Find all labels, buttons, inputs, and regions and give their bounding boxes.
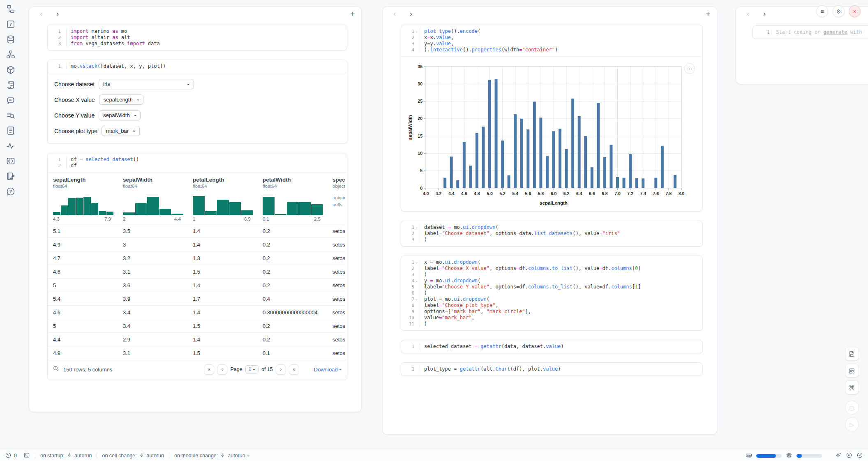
last-page-button[interactable]: » xyxy=(289,364,299,375)
packages-icon[interactable] xyxy=(6,65,16,75)
column-histogram xyxy=(263,194,323,215)
code-line[interactable]: 2df xyxy=(52,163,343,169)
code-line[interactable]: 2import altair as alt xyxy=(52,35,343,41)
notebook-icon[interactable] xyxy=(6,171,16,181)
help-icon[interactable]: ? xyxy=(6,187,16,196)
logs-icon[interactable] xyxy=(6,111,16,120)
y-value-select[interactable]: sepalWidth› xyxy=(99,110,141,120)
on-cell-change-toggle[interactable]: on cell change: autorun xyxy=(102,453,164,459)
documentation-icon[interactable] xyxy=(6,126,16,136)
settings-button[interactable]: ⚙ xyxy=(833,5,845,17)
code-line[interactable]: 3from vega_datasets import data xyxy=(52,41,343,47)
column-header[interactable]: petalLengthfloat6416.9 xyxy=(187,173,257,224)
panel-forward-icon[interactable]: › xyxy=(406,10,416,18)
code-line[interactable]: 1mo.vstack([dataset, x, y, plot]) xyxy=(52,63,343,69)
code-line[interactable]: 3 y=y.value, xyxy=(405,41,698,47)
code-cell-plot-type[interactable]: 1plot_type = getattr(alt.Chart(df), plot… xyxy=(401,362,703,376)
line-number: 3 xyxy=(52,41,67,47)
code-line[interactable]: 11) xyxy=(405,321,698,327)
code-line[interactable]: 1›dataset = mo.ui.dropdown( xyxy=(405,224,698,230)
status-bar: 0 on startup: autorun on cell change: au… xyxy=(0,450,868,461)
code-line[interactable]: 1plot_type = getattr(alt.Chart(df), plot… xyxy=(405,366,698,372)
scratchpad-icon[interactable] xyxy=(6,80,16,90)
empty-code-cell[interactable]: 1 Start coding or generate with xyxy=(753,25,868,39)
x-value-select[interactable]: sepalLength› xyxy=(99,95,144,105)
code-cell-dataset-dropdown[interactable]: 1›dataset = mo.ui.dropdown(2 label="Choo… xyxy=(401,221,703,247)
code-cell-vstack[interactable]: 1mo.vstack([dataset, x, y, plot]) Choose… xyxy=(47,60,347,144)
code-line[interactable]: 2 x=x.value, xyxy=(405,35,698,41)
terminal-button[interactable] xyxy=(23,452,30,460)
table-cell: 1.7 xyxy=(187,292,257,306)
code-line[interactable]: 2 label="Choose X value", options=df.col… xyxy=(405,265,698,272)
panel-back-icon[interactable]: ‹ xyxy=(743,10,753,18)
add-cell-button[interactable]: + xyxy=(350,10,355,18)
code-line[interactable]: 10 value="mark_bar", xyxy=(405,315,698,321)
panel-forward-icon[interactable]: › xyxy=(759,10,770,18)
code-cell-xy-plot-dropdowns[interactable]: 1›x = mo.ui.dropdown(2 label="Choose X v… xyxy=(401,256,703,331)
functions-icon[interactable]: f xyxy=(6,19,16,29)
play-icon: ▷ xyxy=(850,422,854,428)
prev-page-button[interactable]: ‹ xyxy=(217,364,227,375)
code-cell-plot[interactable]: 1›plot_type().encode(2 x=x.value,3 y=y.v… xyxy=(401,25,703,212)
plot-type-select[interactable]: mark_bar› xyxy=(102,126,140,136)
code-line[interactable]: 1›x = mo.ui.dropdown( xyxy=(405,259,698,265)
on-startup-toggle[interactable]: on startup: autorun xyxy=(40,453,92,459)
code-line[interactable]: 7›plot = mo.ui.dropdown( xyxy=(405,296,698,302)
code-line[interactable]: 1import marimo as mo xyxy=(52,28,343,35)
ai-sparkle-button[interactable] xyxy=(835,452,842,460)
code-line[interactable]: 8 label="Choose plot type", xyxy=(405,302,698,309)
dependency-graph-icon[interactable] xyxy=(6,50,16,60)
first-page-button[interactable]: « xyxy=(204,364,214,375)
code-line[interactable]: 6) xyxy=(405,290,698,296)
chart-output[interactable]: ⋯ 4.04.24.44.64.85.05.25.45.65.86.06.26.… xyxy=(401,56,702,211)
snippets-icon[interactable] xyxy=(6,156,16,166)
next-page-button[interactable]: › xyxy=(276,364,286,375)
error-indicator[interactable]: 0 xyxy=(5,452,17,460)
column-header[interactable]: sepalLengthfloat644.37.9 xyxy=(48,173,118,224)
run-button[interactable]: ▷ xyxy=(845,417,859,431)
panel-forward-icon[interactable]: › xyxy=(52,10,63,18)
panel-back-icon[interactable]: ‹ xyxy=(36,10,46,18)
datasources-icon[interactable] xyxy=(6,35,16,44)
menu-button[interactable]: ≡ xyxy=(816,5,828,17)
code-line[interactable]: 3) xyxy=(405,237,698,243)
code-cell-imports[interactable]: 1import marimo as mo2import altair as al… xyxy=(47,25,347,51)
column-header[interactable]: speciesobjectunique:nulls: xyxy=(327,173,345,224)
tracing-icon[interactable] xyxy=(6,141,16,151)
code-cell-selected-dataset[interactable]: 1selected_dataset = getattr(data, datase… xyxy=(401,340,703,353)
terminal-icon xyxy=(23,452,30,460)
keyboard-shortcuts-button[interactable]: ⌘ xyxy=(845,380,859,394)
editor-placeholder[interactable]: Start coding or generate with xyxy=(776,29,862,35)
code-line[interactable]: 9 options=["mark_bar", "mark_circle"], xyxy=(405,309,698,315)
dataset-select[interactable]: iris› xyxy=(99,79,194,89)
chat-icon[interactable] xyxy=(6,95,16,105)
on-module-change-toggle[interactable]: on module change: autorun › xyxy=(174,453,249,459)
copilot-button[interactable] xyxy=(846,452,852,460)
save-button[interactable] xyxy=(845,347,859,361)
file-tree-icon[interactable] xyxy=(6,4,16,14)
download-button[interactable]: Download› xyxy=(314,366,341,373)
generate-link[interactable]: generate xyxy=(824,29,847,35)
svg-text:4.2: 4.2 xyxy=(436,191,442,196)
code-line[interactable]: 1›plot_type().encode( xyxy=(405,28,698,35)
search-icon[interactable] xyxy=(53,365,59,373)
code-cell-dataframe[interactable]: 1df = selected_dataset()2df sepalLengthf… xyxy=(47,153,347,380)
panel-back-icon[interactable]: ‹ xyxy=(389,10,400,18)
stop-button[interactable]: ▢ xyxy=(845,401,859,415)
code-line[interactable]: 1df = selected_dataset() xyxy=(52,157,343,163)
layout-button[interactable] xyxy=(845,364,859,378)
page-select[interactable]: 1› xyxy=(245,365,259,373)
connection-status-button[interactable] xyxy=(856,452,863,460)
code-line[interactable]: 5 label="Choose Y value", options=df.col… xyxy=(405,284,698,290)
close-button[interactable]: × xyxy=(849,5,861,17)
add-cell-button[interactable]: + xyxy=(706,10,710,18)
altair-bar-chart[interactable]: 4.04.24.44.64.85.05.25.45.65.86.06.26.46… xyxy=(407,61,690,208)
code-line[interactable]: 4›y = mo.ui.dropdown( xyxy=(405,278,698,284)
code-line[interactable]: 4).interactive().properties(width="conta… xyxy=(405,47,698,53)
column-header[interactable]: sepalWidthfloat6424.4 xyxy=(118,173,187,224)
code-line[interactable]: 2 label="Choose dataset", options=data.l… xyxy=(405,230,698,237)
code-line[interactable]: 1selected_dataset = getattr(data, datase… xyxy=(405,343,698,350)
code-line[interactable]: 3) xyxy=(405,272,698,278)
chart-menu-button[interactable]: ⋯ xyxy=(684,63,695,74)
column-header[interactable]: petalWidthfloat640.12.5 xyxy=(257,173,327,224)
